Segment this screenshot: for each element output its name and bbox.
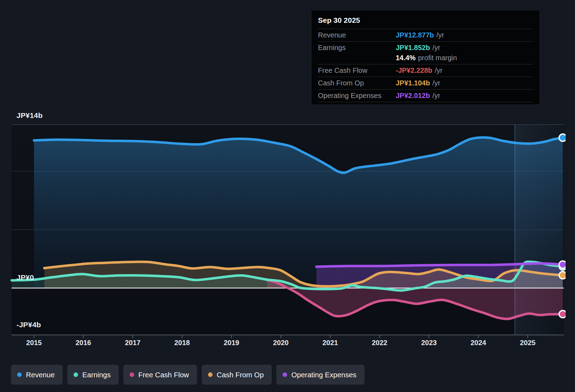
tooltip-row-label: Earnings xyxy=(318,44,396,52)
legend-label: Revenue xyxy=(26,371,55,379)
x-axis-label-2022: 2022 xyxy=(364,339,395,347)
legend-dot-icon xyxy=(283,372,287,377)
legend-chip-operating-expenses[interactable]: Operating Expenses xyxy=(276,365,365,385)
tooltip-row-cash-from-op: Cash From OpJP¥1.104b /yr xyxy=(318,77,533,89)
tooltip-row-value: -JP¥2.228b xyxy=(396,66,432,75)
revenue-end-marker xyxy=(559,134,567,141)
tooltip-row-label: Free Cash Flow xyxy=(318,66,396,75)
x-axis-label-2015: 2015 xyxy=(18,339,50,347)
legend-label: Earnings xyxy=(82,371,111,379)
tooltip-row-suffix: profit margin xyxy=(418,54,457,62)
tooltip-rows: RevenueJP¥12.877b /yrEarningsJP¥1.852b /… xyxy=(318,29,533,102)
x-axis-label-2023: 2023 xyxy=(413,339,445,347)
tooltip-row-suffix: /yr xyxy=(432,92,440,100)
tooltip-row-value: JP¥2.012b xyxy=(396,92,430,100)
x-axis-label-2020: 2020 xyxy=(265,339,297,347)
right-margin-mask xyxy=(566,105,575,350)
x-axis-label-2019: 2019 xyxy=(216,339,247,347)
tooltip-row-value: 14.4% xyxy=(396,54,416,62)
tooltip-row-earnings: EarningsJP¥1.852b /yr xyxy=(318,41,533,54)
legend-chip-earnings[interactable]: Earnings xyxy=(67,365,119,385)
operating-expenses-end-marker xyxy=(559,261,567,268)
tooltip-row-suffix: /yr xyxy=(432,79,440,87)
tooltip-row-suffix: /yr xyxy=(432,44,440,52)
legend-dot-icon xyxy=(208,372,213,377)
x-axis-label-2017: 2017 xyxy=(117,339,148,347)
x-axis-label-2025: 2025 xyxy=(512,339,543,347)
y-axis-label-bottom: -JP¥4b xyxy=(16,321,41,329)
tooltip-row-operating-expenses: Operating ExpensesJP¥2.012b /yr xyxy=(318,89,533,102)
legend-label: Free Cash Flow xyxy=(138,371,189,379)
legend-dot-icon xyxy=(130,372,134,377)
y-axis-label-zero: JP¥0 xyxy=(16,273,34,282)
tooltip-row-suffix: /yr xyxy=(436,31,444,39)
tooltip-row-profit-margin: 14.4% profit margin xyxy=(318,54,533,64)
legend-label: Operating Expenses xyxy=(291,371,356,379)
tooltip-row-value: JP¥1.104b xyxy=(396,79,430,87)
tooltip-row-label: Revenue xyxy=(318,31,396,39)
tooltip-row-label: Operating Expenses xyxy=(318,92,396,100)
legend-chip-free-cash-flow[interactable]: Free Cash Flow xyxy=(123,365,197,385)
free-cash-flow-end-marker xyxy=(559,310,567,318)
x-axis-label-2024: 2024 xyxy=(463,339,494,347)
tooltip-row-label: Cash From Op xyxy=(318,79,396,87)
cash-from-op-end-marker xyxy=(559,272,567,279)
chart-legend: RevenueEarningsFree Cash FlowCash From O… xyxy=(11,365,365,385)
legend-label: Cash From Op xyxy=(217,371,264,379)
earnings-revenue-history-chart: JP¥14b JP¥0 -JP¥4b 201520162017201820192… xyxy=(0,0,575,392)
legend-dot-icon xyxy=(74,372,78,377)
y-axis-label-top: JP¥14b xyxy=(16,111,43,120)
tooltip-row-suffix: /yr xyxy=(435,66,443,75)
tooltip-row-value: JP¥12.877b xyxy=(396,31,434,39)
legend-dot-icon xyxy=(17,372,22,377)
x-axis-label-2018: 2018 xyxy=(166,339,198,347)
tooltip-row-free-cash-flow: Free Cash Flow-JP¥2.228b /yr xyxy=(318,64,533,77)
x-axis-label-2021: 2021 xyxy=(314,339,346,347)
tooltip-date: Sep 30 2025 xyxy=(318,15,533,29)
legend-chip-cash-from-op[interactable]: Cash From Op xyxy=(202,365,272,385)
x-axis-label-2016: 2016 xyxy=(68,339,99,347)
chart-tooltip: Sep 30 2025 RevenueJP¥12.877b /yrEarning… xyxy=(312,10,539,104)
legend-chip-revenue[interactable]: Revenue xyxy=(11,365,63,385)
tooltip-row-value: JP¥1.852b xyxy=(396,44,430,52)
tooltip-row-revenue: RevenueJP¥12.877b /yr xyxy=(318,29,533,41)
